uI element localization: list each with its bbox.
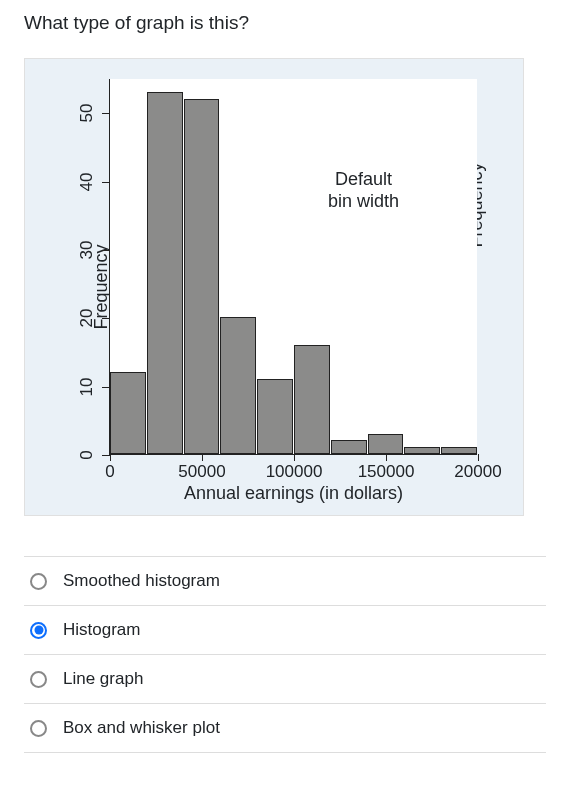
histogram-bar — [331, 440, 367, 454]
x-tick-label: 150000 — [358, 462, 415, 482]
option-label: Box and whisker plot — [63, 718, 220, 738]
histogram-bar — [220, 317, 256, 454]
options-list: Smoothed histogramHistogramLine graphBox… — [24, 556, 546, 753]
x-tick — [110, 454, 111, 461]
x-tick — [202, 454, 203, 461]
y-tick — [102, 182, 110, 183]
option-label: Smoothed histogram — [63, 571, 220, 591]
y-tick-label: 30 — [77, 239, 97, 261]
question-text: What type of graph is this? — [24, 12, 546, 34]
y-tick — [102, 250, 110, 251]
histogram-bar — [110, 372, 146, 454]
histogram-bar — [294, 345, 330, 454]
x-tick-label: 20000 — [454, 462, 501, 482]
chart-annotation: Default bin width — [328, 169, 399, 212]
y-tick — [102, 318, 110, 319]
x-tick — [386, 454, 387, 461]
histogram-bar — [441, 447, 477, 454]
chart-container: Frequency Frequency Default bin width 01… — [24, 58, 524, 516]
histogram-bar — [147, 92, 183, 454]
histogram-bar — [404, 447, 440, 454]
y-tick-label: 50 — [77, 102, 97, 124]
option-row[interactable]: Box and whisker plot — [24, 704, 546, 753]
radio-button[interactable] — [30, 720, 47, 737]
plot-area: Default bin width 01020304050 0500001000… — [109, 79, 477, 455]
option-label: Histogram — [63, 620, 140, 640]
x-tick — [478, 454, 479, 461]
x-tick-label: 0 — [105, 462, 114, 482]
option-label: Line graph — [63, 669, 143, 689]
x-tick-label: 50000 — [178, 462, 225, 482]
annotation-text: Default bin width — [328, 169, 399, 211]
x-tick-label: 100000 — [266, 462, 323, 482]
histogram-bar — [184, 99, 220, 454]
y-tick — [102, 387, 110, 388]
x-tick — [294, 454, 295, 461]
y-tick-label: 40 — [77, 171, 97, 193]
radio-button[interactable] — [30, 573, 47, 590]
option-row[interactable]: Line graph — [24, 655, 546, 704]
y-tick — [102, 113, 110, 114]
option-row[interactable]: Smoothed histogram — [24, 557, 546, 606]
histogram-bar — [257, 379, 293, 454]
y-tick-label: 0 — [77, 444, 97, 466]
x-axis-label: Annual earnings (in dollars) — [184, 483, 403, 504]
radio-button[interactable] — [30, 622, 47, 639]
y-tick — [102, 455, 110, 456]
radio-button[interactable] — [30, 671, 47, 688]
y-tick-label: 10 — [77, 376, 97, 398]
histogram-bar — [368, 434, 404, 455]
y-tick-label: 20 — [77, 307, 97, 329]
option-row[interactable]: Histogram — [24, 606, 546, 655]
